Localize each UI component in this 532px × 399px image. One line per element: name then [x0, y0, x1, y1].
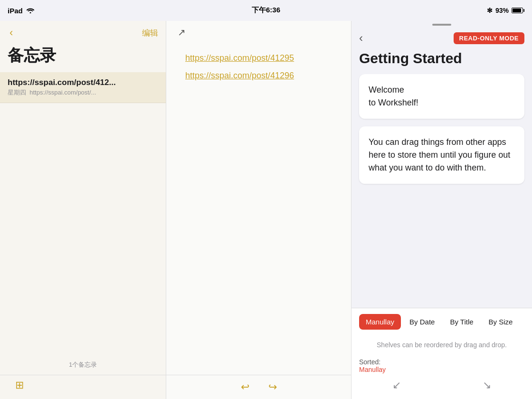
sort-bydate-button[interactable]: By Date — [403, 314, 441, 330]
note-url-preview: https://sspai.com/post/... — [29, 89, 96, 96]
status-bar: iPad 下午6:36 ✻ 93% — [0, 0, 532, 21]
grid-icon[interactable]: ⊞ — [15, 379, 24, 391]
read-only-badge: READ-ONLY MODE — [454, 32, 524, 44]
workshelf-title: Getting Started — [352, 48, 532, 74]
workshelf-footer: ↙ ↘ — [352, 375, 532, 399]
sorted-value: Manullay — [359, 366, 386, 373]
note-item-title: https://sspai.com/post/412... — [8, 78, 158, 87]
note-content-header: ↗ — [166, 21, 351, 44]
status-right: ✻ 93% — [487, 7, 524, 14]
notes-edit-button[interactable]: 编辑 — [142, 28, 158, 38]
sorted-text: Sorted: — [359, 358, 380, 366]
status-time: 下午6:36 — [252, 6, 280, 15]
note-list-item[interactable]: https://sspai.com/post/412... 星期四 https:… — [0, 72, 166, 103]
notes-title: 备忘录 — [0, 43, 166, 72]
workshelf-card-1: Welcometo Workshelf! — [359, 74, 524, 119]
workshelf-card-1-text: Welcometo Workshelf! — [369, 85, 418, 107]
workshelf-sorted-label: Sorted: Manullay — [352, 354, 532, 375]
note-bottom-toolbar: ↩ ↪ — [166, 375, 351, 399]
notes-toolbar: ⊞ — [0, 375, 166, 399]
workshelf-back-button[interactable]: ‹ — [359, 31, 363, 45]
notes-header: ‹ 编辑 — [0, 21, 166, 43]
note-day: 星期四 — [8, 89, 26, 96]
main-area: ‹ 编辑 备忘录 https://sspai.com/post/412... 星… — [0, 21, 532, 399]
workshelf-sort-bar: Manullay By Date By Title By Size — [352, 308, 532, 335]
note-links: https://sspai.com/post/41295 https://ssp… — [166, 44, 351, 375]
redo-icon[interactable]: ↪ — [268, 381, 277, 393]
expand-icon[interactable]: ↗ — [178, 27, 186, 38]
notes-panel: ‹ 编辑 备忘录 https://sspai.com/post/412... 星… — [0, 21, 166, 399]
note-link-1[interactable]: https://sspai.com/post/41295 — [185, 53, 332, 63]
sort-bysize-button[interactable]: By Size — [482, 314, 520, 330]
battery-pct: 93% — [495, 7, 509, 14]
workshelf-footer-icon-left[interactable]: ↙ — [392, 379, 401, 391]
sort-manullay-button[interactable]: Manullay — [359, 314, 401, 330]
workshelf-cards: Welcometo Workshelf! You can drag things… — [352, 74, 532, 308]
note-content-panel: ↗ https://sspai.com/post/41295 https://s… — [166, 21, 352, 399]
workshelf-card-2-text: You can drag things from other apps here… — [369, 137, 510, 172]
workshelf-header: ‹ READ-ONLY MODE — [352, 26, 532, 48]
notes-count: 1个备忘录 — [0, 355, 166, 375]
battery-icon — [512, 8, 524, 13]
workshelf-hint: Shelves can be reordered by drag and dro… — [352, 335, 532, 354]
notes-back-button[interactable]: ‹ — [8, 25, 15, 41]
workshelf-card-2: You can drag things from other apps here… — [359, 126, 524, 184]
ipad-label: iPad — [8, 7, 23, 15]
bluetooth-icon: ✻ — [487, 7, 493, 14]
wifi-icon — [27, 7, 34, 15]
undo-icon[interactable]: ↩ — [241, 381, 249, 393]
status-left: iPad — [8, 7, 34, 15]
workshelf-panel: ‹ READ-ONLY MODE Getting Started Welcome… — [352, 21, 532, 399]
note-link-2[interactable]: https://sspai.com/post/41296 — [185, 71, 332, 81]
note-item-subtitle: 星期四 https://sspai.com/post/... — [8, 88, 158, 97]
workshelf-footer-icon-right[interactable]: ↘ — [483, 379, 491, 391]
sort-bytitle-button[interactable]: By Title — [443, 314, 480, 330]
